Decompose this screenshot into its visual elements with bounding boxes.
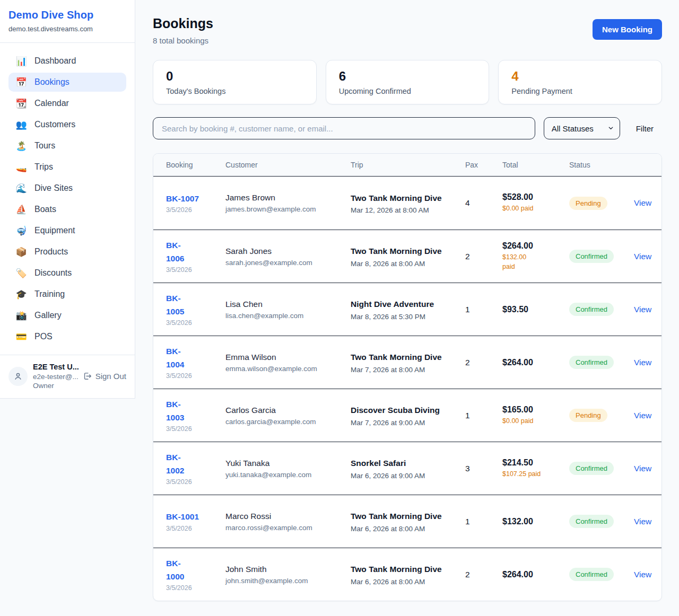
sign-out-button[interactable]: Sign Out bbox=[83, 372, 126, 381]
booking-cell: BK-1007 3/5/2026 bbox=[166, 192, 225, 214]
sidebar-item-gallery[interactable]: 📸 Gallery bbox=[8, 306, 126, 325]
pax-count: 2 bbox=[465, 252, 502, 261]
sidebar-item-customers[interactable]: 👥 Customers bbox=[8, 115, 126, 134]
booking-cell: BK-1001 3/5/2026 bbox=[166, 511, 225, 532]
sidebar-item-boats[interactable]: ⛵ Boats bbox=[8, 200, 126, 219]
trip-datetime: Mar 12, 2026 at 8:00 AM bbox=[351, 206, 465, 214]
total-cell: $264.00 bbox=[502, 570, 569, 579]
sidebar-item-pos[interactable]: 💳 POS bbox=[8, 327, 126, 346]
sidebar-item-calendar[interactable]: 📆 Calendar bbox=[8, 94, 126, 113]
trip-name: Discover Scuba Diving bbox=[351, 404, 442, 417]
booking-number-link[interactable]: BK-1001 bbox=[166, 511, 225, 523]
total-amount: $528.00 bbox=[502, 192, 569, 202]
status-badge: Confirmed bbox=[569, 515, 614, 528]
person-icon bbox=[13, 372, 23, 381]
customer-name: James Brown bbox=[225, 193, 351, 203]
booking-number-link[interactable]: BK-1006 bbox=[166, 239, 225, 265]
view-link[interactable]: View bbox=[634, 570, 651, 579]
view-link[interactable]: View bbox=[634, 464, 651, 473]
table-row: BK-1004 3/5/2026 Emma Wilson emma.wilson… bbox=[153, 336, 661, 389]
sidebar-item-label: Trips bbox=[34, 162, 53, 172]
view-link[interactable]: View bbox=[634, 198, 651, 207]
bar-chart-icon: 📊 bbox=[15, 57, 27, 66]
status-cell: Confirmed bbox=[569, 568, 634, 581]
status-badge: Confirmed bbox=[569, 462, 614, 475]
sidebar-item-label: Tours bbox=[34, 141, 55, 151]
stat-value: 0 bbox=[166, 69, 303, 83]
sidebar-nav: 📊 Dashboard 📅 Bookings 📆 Calendar 👥 Cust… bbox=[0, 43, 135, 355]
sidebar-item-dashboard[interactable]: 📊 Dashboard bbox=[8, 51, 126, 71]
trip-name: Snorkel Safari bbox=[351, 457, 442, 470]
booking-number-link[interactable]: BK-1000 bbox=[166, 557, 225, 583]
stat-value: 6 bbox=[339, 69, 476, 83]
table-row: BK-1005 3/5/2026 Lisa Chen lisa.chen@exa… bbox=[153, 283, 661, 336]
status-cell: Confirmed bbox=[569, 303, 634, 316]
customer-cell: James Brown james.brown@example.com bbox=[225, 193, 351, 213]
trip-cell: Snorkel Safari Mar 6, 2026 at 9:00 AM bbox=[351, 457, 465, 479]
sidebar-item-label: Discounts bbox=[34, 268, 72, 278]
booking-cell: BK-1006 3/5/2026 bbox=[166, 239, 225, 273]
table-header-row: Booking Customer Trip Pax Total Status bbox=[153, 154, 661, 177]
filter-button[interactable]: Filter bbox=[636, 124, 654, 133]
booking-number-link[interactable]: BK-1007 bbox=[166, 192, 225, 205]
status-cell: Pending bbox=[569, 409, 634, 422]
sidebar-item-trips[interactable]: 🚤 Trips bbox=[8, 157, 126, 177]
sidebar-item-bookings[interactable]: 📅 Bookings bbox=[8, 73, 126, 92]
total-cell: $93.50 bbox=[502, 305, 569, 314]
sidebar-item-discounts[interactable]: 🏷️ Discounts bbox=[8, 263, 126, 283]
status-filter-select[interactable]: All Statuses bbox=[544, 117, 620, 139]
sidebar-header: Demo Dive Shop demo.test.divestreams.com bbox=[0, 0, 135, 43]
column-header-pax: Pax bbox=[465, 161, 502, 169]
customer-cell: Lisa Chen lisa.chen@example.com bbox=[225, 300, 351, 320]
booking-date: 3/5/2026 bbox=[166, 584, 225, 592]
calendar-icon: 📅 bbox=[15, 78, 27, 87]
sidebar-item-tours[interactable]: 🏝️ Tours bbox=[8, 136, 126, 155]
booking-cell: BK-1002 3/5/2026 bbox=[166, 451, 225, 485]
customer-email: yuki.tanaka@example.com bbox=[225, 471, 351, 479]
view-link[interactable]: View bbox=[634, 305, 651, 314]
status-badge: Pending bbox=[569, 197, 607, 210]
label-icon: 🏷️ bbox=[15, 269, 27, 278]
sidebar-item-label: Gallery bbox=[34, 311, 62, 320]
booking-number-link[interactable]: BK-1005 bbox=[166, 292, 225, 318]
total-cell: $165.00 $0.00 paid bbox=[502, 405, 569, 426]
booking-cell: BK-1003 3/5/2026 bbox=[166, 398, 225, 432]
view-link[interactable]: View bbox=[634, 517, 651, 526]
customer-cell: Marco Rossi marco.rossi@example.com bbox=[225, 512, 351, 532]
customer-cell: Emma Wilson emma.wilson@example.com bbox=[225, 353, 351, 373]
sidebar-item-training[interactable]: 🎓 Training bbox=[8, 285, 126, 304]
view-link[interactable]: View bbox=[634, 252, 651, 261]
paid-amount: $0.00 paid bbox=[502, 416, 544, 426]
view-link[interactable]: View bbox=[634, 411, 651, 420]
customer-cell: Carlos Garcia carlos.garcia@example.com bbox=[225, 406, 351, 426]
trip-cell: Two Tank Morning Dive Mar 6, 2026 at 8:0… bbox=[351, 563, 465, 585]
booking-number-link[interactable]: BK-1003 bbox=[166, 398, 225, 424]
view-link[interactable]: View bbox=[634, 358, 651, 367]
sidebar-item-label: Dive Sites bbox=[34, 183, 73, 193]
sidebar-item-dive-sites[interactable]: 🌊 Dive Sites bbox=[8, 179, 126, 198]
trip-datetime: Mar 6, 2026 at 9:00 AM bbox=[351, 472, 465, 480]
column-header-total: Total bbox=[502, 161, 569, 169]
stat-label: Upcoming Confirmed bbox=[339, 87, 476, 95]
booking-date: 3/5/2026 bbox=[166, 425, 225, 433]
booking-number-link[interactable]: BK-1002 bbox=[166, 451, 225, 477]
page-subtitle: 8 total bookings bbox=[153, 36, 213, 45]
sidebar-item-products[interactable]: 📦 Products bbox=[8, 242, 126, 261]
booking-date: 3/5/2026 bbox=[166, 319, 225, 327]
speedboat-icon: 🚤 bbox=[15, 163, 27, 172]
brand-domain: demo.test.divestreams.com bbox=[8, 25, 126, 33]
new-booking-button[interactable]: New Booking bbox=[593, 19, 662, 40]
search-input[interactable] bbox=[153, 117, 535, 139]
camera-flash-icon: 📸 bbox=[15, 311, 27, 320]
trip-cell: Night Dive Adventure Mar 8, 2026 at 5:30… bbox=[351, 298, 465, 320]
pax-count: 1 bbox=[465, 411, 502, 420]
package-icon: 📦 bbox=[15, 248, 27, 257]
booking-cell: BK-1004 3/5/2026 bbox=[166, 345, 225, 379]
pax-count: 3 bbox=[465, 464, 502, 473]
sidebar-item-equipment[interactable]: 🤿 Equipment bbox=[8, 221, 126, 240]
avatar bbox=[8, 367, 28, 386]
trip-name: Two Tank Morning Dive bbox=[351, 245, 442, 258]
sign-out-label: Sign Out bbox=[95, 372, 126, 381]
booking-number-link[interactable]: BK-1004 bbox=[166, 345, 225, 371]
trip-cell: Two Tank Morning Dive Mar 12, 2026 at 8:… bbox=[351, 192, 465, 214]
